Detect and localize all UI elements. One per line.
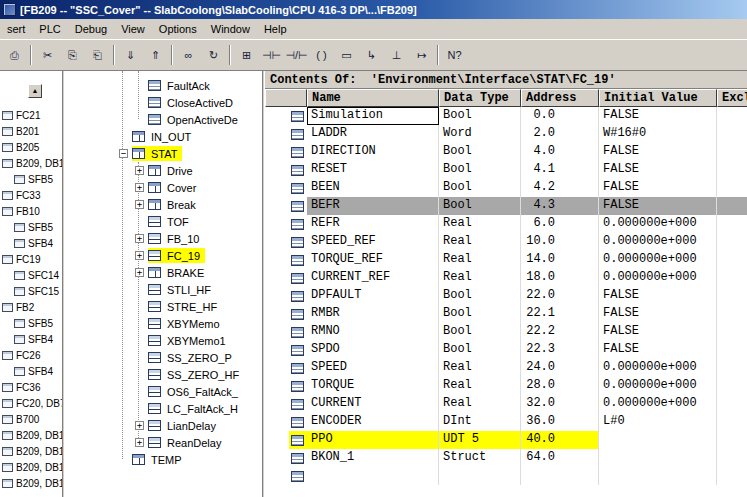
cell-data-type[interactable]: UDT 5 — [439, 431, 521, 449]
cell-exclu[interactable] — [717, 161, 747, 179]
cell-data-type[interactable]: Bool — [439, 143, 521, 161]
tree-item-openactivede[interactable]: OpenActiveDe — [65, 111, 262, 128]
cell-name[interactable]: BKON_1 — [307, 449, 439, 467]
cell-data-type[interactable]: Word — [439, 125, 521, 143]
menu-item-view[interactable]: View — [114, 21, 152, 37]
row-icon-cell[interactable] — [289, 377, 307, 395]
tree-item-in_out[interactable]: IN_OUT — [65, 128, 262, 145]
project-item[interactable]: B209, DB105 — [0, 475, 62, 491]
cell-address[interactable]: 6.0 — [521, 215, 599, 233]
project-item[interactable]: FC19 — [0, 251, 62, 267]
tree-item-temp[interactable]: TEMP — [65, 451, 262, 468]
project-item[interactable]: SFB5 — [0, 315, 62, 331]
project-item[interactable]: FC36 — [0, 379, 62, 395]
tree-item-stli_hf[interactable]: STLI_HF — [65, 281, 262, 298]
upload-icon[interactable]: ⇑ — [143, 44, 168, 66]
cell-exclu[interactable] — [717, 323, 747, 341]
project-item[interactable]: FC20, DB701 — [0, 395, 62, 411]
tree-item-cover[interactable]: +Cover — [65, 179, 262, 196]
project-item[interactable]: SFB5 — [0, 219, 62, 235]
tree-item-tof[interactable]: TOF — [65, 213, 262, 230]
cell-exclu[interactable] — [717, 413, 747, 431]
cell-initial-value[interactable]: FALSE — [599, 107, 717, 125]
cell-data-type[interactable]: Real — [439, 359, 521, 377]
project-item[interactable]: FC21 — [0, 107, 62, 123]
cell-data-type[interactable]: Bool — [439, 107, 521, 125]
menu-item-options[interactable]: Options — [152, 21, 204, 37]
cell-address[interactable]: 28.0 — [521, 377, 599, 395]
tree-item-stat[interactable]: −STAT — [65, 145, 262, 162]
row-icon-cell[interactable] — [289, 161, 307, 179]
cell-name[interactable]: TORQUE — [307, 377, 439, 395]
tree-item-faultack[interactable]: FaultAck — [65, 77, 262, 94]
cell-initial-value[interactable]: FALSE — [599, 323, 717, 341]
project-item[interactable]: B205 — [0, 139, 62, 155]
copy-icon[interactable]: ⎘ — [60, 44, 85, 66]
cell-data-type[interactable]: Struct — [439, 449, 521, 467]
cell-initial-value[interactable]: W#16#0 — [599, 125, 717, 143]
open-contact-icon[interactable]: ⊣⊢ — [259, 44, 284, 66]
cell-exclu[interactable] — [717, 449, 747, 467]
project-item[interactable]: B201 — [0, 123, 62, 139]
expand-box-icon[interactable]: + — [135, 421, 144, 430]
cell-data-type[interactable]: Real — [439, 377, 521, 395]
cell-initial-value[interactable]: 0.000000e+000 — [599, 269, 717, 287]
tree-item-break[interactable]: +Break — [65, 196, 262, 213]
tree-item-stre_hf[interactable]: STRE_HF — [65, 298, 262, 315]
empty-box-icon[interactable]: ▭ — [334, 44, 359, 66]
cell-name[interactable]: BEFR — [307, 197, 439, 215]
project-item[interactable]: FB10 — [0, 203, 62, 219]
cell-name[interactable]: SPDO — [307, 341, 439, 359]
tree-item-lc_faltack_h[interactable]: LC_FaltAck_H — [65, 400, 262, 417]
tree-item-liandelay[interactable]: +LianDelay — [65, 417, 262, 434]
tree-item-xbymemo1[interactable]: XBYMemo1 — [65, 332, 262, 349]
cell-exclu[interactable] — [717, 359, 747, 377]
cell-data-type[interactable]: Real — [439, 233, 521, 251]
tree-item-os6_faltack_[interactable]: OS6_FaltAck_ — [65, 383, 262, 400]
cell-data-type[interactable]: Real — [439, 395, 521, 413]
cell-exclu[interactable] — [717, 269, 747, 287]
cell-exclu[interactable] — [717, 215, 747, 233]
cell-initial-value[interactable]: 0.000000e+000 — [599, 377, 717, 395]
cell-address[interactable]: 4.3 — [521, 197, 599, 215]
cell-address[interactable]: 64.0 — [521, 449, 599, 467]
cell-initial-value[interactable]: 0.000000e+000 — [599, 233, 717, 251]
cell-data-type[interactable]: Bool — [439, 179, 521, 197]
tree-item-fc_19[interactable]: +FC_19 — [65, 247, 262, 264]
row-icon-cell[interactable] — [289, 251, 307, 269]
scroll-up-button[interactable]: ▲ — [28, 84, 42, 98]
cell-name[interactable]: LADDR — [307, 125, 439, 143]
cell-address[interactable]: 22.1 — [521, 305, 599, 323]
project-item[interactable]: FB2 — [0, 299, 62, 315]
tree-item-xbymemo[interactable]: XBYMemo — [65, 315, 262, 332]
paste-icon[interactable]: ⎗ — [85, 44, 110, 66]
cell-name[interactable]: SPEED_REF — [307, 233, 439, 251]
tree-item-drive[interactable]: +Drive — [65, 162, 262, 179]
cell-name[interactable]: PPO — [307, 431, 439, 449]
menu-item-debug[interactable]: Debug — [68, 21, 114, 37]
cell-data-type[interactable]: Bool — [439, 197, 521, 215]
cell-initial-value[interactable]: FALSE — [599, 143, 717, 161]
cell-initial-value[interactable]: 0.000000e+000 — [599, 395, 717, 413]
cell-name[interactable]: RMBR — [307, 305, 439, 323]
open-branch-icon[interactable]: ↳ — [359, 44, 384, 66]
project-item[interactable]: B209, DB102 — [0, 427, 62, 443]
cell-address[interactable]: 24.0 — [521, 359, 599, 377]
cell-address[interactable]: 22.2 — [521, 323, 599, 341]
cell-initial-value[interactable]: 0.000000e+000 — [599, 215, 717, 233]
cell-exclu[interactable] — [717, 341, 747, 359]
tree-item-brake[interactable]: +BRAKE — [65, 264, 262, 281]
row-icon-cell[interactable] — [289, 449, 307, 467]
cell-exclu[interactable] — [717, 467, 747, 485]
print-icon[interactable]: ⎙ — [2, 44, 27, 66]
cell-data-type[interactable] — [439, 467, 521, 485]
tree-item-reandelay[interactable]: +ReanDelay — [65, 434, 262, 451]
tree-item-ss_zero_p[interactable]: SS_ZERO_P — [65, 349, 262, 366]
project-item[interactable]: FC33 — [0, 187, 62, 203]
closed-contact-icon[interactable]: ⊣/⊢ — [284, 44, 309, 66]
context-help-icon[interactable]: N? — [442, 44, 467, 66]
cell-initial-value[interactable]: FALSE — [599, 197, 717, 215]
cell-name[interactable] — [307, 467, 439, 485]
cell-name[interactable]: ENCODER — [307, 413, 439, 431]
cell-exclu[interactable] — [717, 107, 747, 125]
